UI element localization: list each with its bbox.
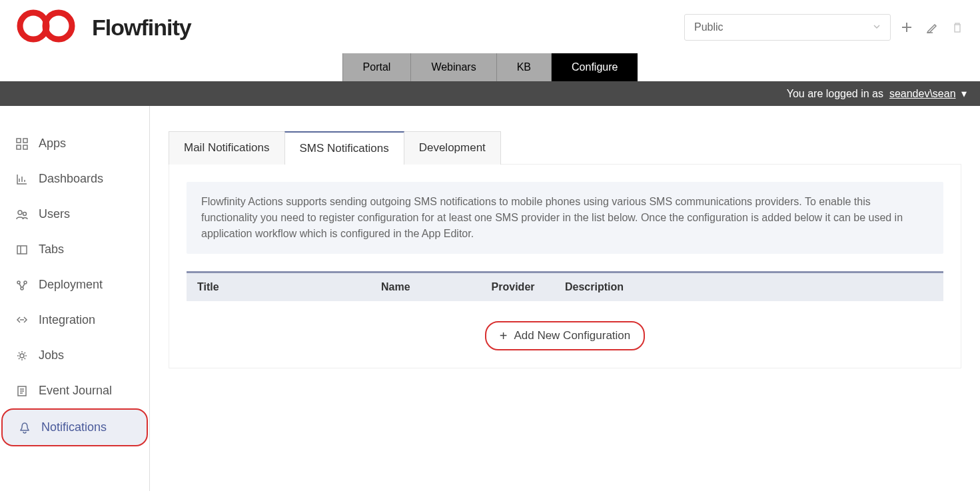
col-description: Description	[565, 281, 933, 293]
sidebar-label: Integration	[39, 313, 95, 327]
topnav-configure[interactable]: Configure	[552, 53, 638, 81]
tab-development[interactable]: Development	[404, 131, 501, 165]
sidebar-item-deployment[interactable]: Deployment	[0, 267, 149, 302]
tabs: Mail Notifications SMS Notifications Dev…	[169, 131, 961, 165]
sidebar-label: Tabs	[39, 243, 64, 256]
logo: Flowfinity	[13, 9, 191, 45]
svg-rect-5	[23, 145, 27, 149]
layout: Apps Dashboards Users Tabs Deployment In…	[0, 106, 980, 491]
topnav-webinars[interactable]: Webinars	[411, 53, 496, 81]
sidebar-label: Event Journal	[39, 384, 112, 398]
sidebar-item-integration[interactable]: Integration	[0, 302, 149, 338]
sidebar-label: Deployment	[39, 278, 103, 292]
header-actions: Public	[684, 14, 967, 41]
journal-icon	[16, 385, 28, 397]
sidebar-item-jobs[interactable]: Jobs	[0, 338, 149, 373]
chart-icon	[16, 173, 28, 185]
select-value: Public	[694, 21, 724, 33]
sidebar-item-notifications[interactable]: Notifications	[1, 408, 148, 446]
sidebar-item-users[interactable]: Users	[0, 197, 149, 232]
col-name: Name	[381, 281, 492, 293]
sidebar-item-event-journal[interactable]: Event Journal	[0, 373, 149, 408]
svg-rect-2	[17, 139, 21, 143]
col-title: Title	[197, 281, 381, 293]
deployment-icon	[16, 279, 28, 291]
svg-point-10	[24, 281, 27, 284]
svg-point-7	[23, 212, 27, 215]
panel: Flowfinity Actions supports sending outg…	[169, 164, 961, 368]
user-menu[interactable]: seandev\sean	[889, 88, 956, 99]
delete-icon-button[interactable]	[948, 18, 967, 37]
actions: + Add New Configuration	[187, 321, 943, 350]
svg-rect-8	[17, 246, 27, 254]
sidebar-item-dashboards[interactable]: Dashboards	[0, 161, 149, 197]
sidebar: Apps Dashboards Users Tabs Deployment In…	[0, 106, 150, 491]
sidebar-item-tabs[interactable]: Tabs	[0, 232, 149, 267]
bell-icon	[19, 422, 31, 434]
topnav-kb[interactable]: KB	[497, 53, 552, 81]
tabs-icon	[16, 244, 28, 256]
config-table: Title Name Provider Description	[187, 271, 943, 301]
info-box: Flowfinity Actions supports sending outg…	[187, 182, 943, 254]
plus-icon: +	[500, 329, 508, 342]
gear-icon	[16, 350, 28, 362]
userbar-text: You are logged in as	[787, 88, 883, 99]
svg-point-11	[21, 287, 23, 290]
sidebar-label: Jobs	[39, 348, 64, 362]
svg-point-6	[18, 211, 22, 215]
user-bar: You are logged in as seandev\sean ▾	[0, 81, 980, 106]
add-configuration-button[interactable]: + Add New Configuration	[485, 321, 646, 350]
integration-icon	[16, 314, 28, 326]
chevron-down-icon	[873, 21, 881, 33]
top-nav: Portal Webinars KB Configure	[0, 53, 980, 81]
svg-point-12	[20, 354, 24, 358]
svg-rect-4	[17, 145, 21, 149]
svg-rect-3	[23, 139, 27, 143]
sidebar-label: Notifications	[41, 420, 107, 434]
col-provider: Provider	[492, 281, 565, 293]
chevron-down-icon: ▾	[961, 88, 967, 99]
sidebar-item-apps[interactable]: Apps	[0, 126, 149, 161]
sidebar-label: Apps	[39, 137, 66, 151]
tab-mail-notifications[interactable]: Mail Notifications	[169, 131, 285, 165]
header: Flowfinity Public	[0, 0, 980, 45]
topnav-portal[interactable]: Portal	[342, 53, 412, 81]
logo-icon	[13, 9, 87, 45]
svg-point-9	[17, 281, 20, 284]
table-header: Title Name Provider Description	[187, 271, 943, 301]
users-icon	[16, 209, 28, 221]
tab-sms-notifications[interactable]: SMS Notifications	[284, 131, 404, 165]
sidebar-label: Dashboards	[39, 172, 103, 186]
edit-icon-button[interactable]	[923, 18, 941, 37]
add-icon-button[interactable]	[897, 18, 916, 37]
apps-icon	[16, 138, 28, 150]
logo-text: Flowfinity	[92, 15, 191, 41]
sidebar-label: Users	[39, 207, 70, 221]
visibility-select[interactable]: Public	[684, 14, 891, 41]
content: Mail Notifications SMS Notifications Dev…	[150, 106, 980, 491]
add-button-label: Add New Configuration	[514, 329, 630, 342]
